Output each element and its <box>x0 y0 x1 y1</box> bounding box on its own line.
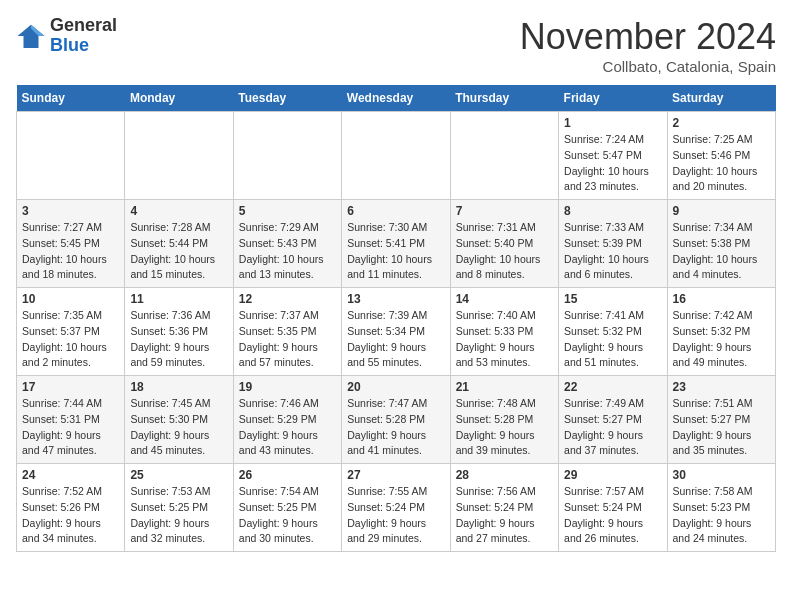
day-info: Sunrise: 7:35 AM Sunset: 5:37 PM Dayligh… <box>22 308 119 371</box>
day-info: Sunrise: 7:30 AM Sunset: 5:41 PM Dayligh… <box>347 220 444 283</box>
day-info: Sunrise: 7:47 AM Sunset: 5:28 PM Dayligh… <box>347 396 444 459</box>
day-info: Sunrise: 7:29 AM Sunset: 5:43 PM Dayligh… <box>239 220 336 283</box>
calendar-day-cell: 28Sunrise: 7:56 AM Sunset: 5:24 PM Dayli… <box>450 464 558 552</box>
day-number: 26 <box>239 468 336 482</box>
calendar-body: 1Sunrise: 7:24 AM Sunset: 5:47 PM Daylig… <box>17 112 776 552</box>
day-number: 20 <box>347 380 444 394</box>
logo: General Blue <box>16 16 117 56</box>
calendar-header-cell: Thursday <box>450 85 558 112</box>
calendar-day-cell: 25Sunrise: 7:53 AM Sunset: 5:25 PM Dayli… <box>125 464 233 552</box>
calendar-day-cell: 10Sunrise: 7:35 AM Sunset: 5:37 PM Dayli… <box>17 288 125 376</box>
calendar-day-cell: 17Sunrise: 7:44 AM Sunset: 5:31 PM Dayli… <box>17 376 125 464</box>
day-number: 17 <box>22 380 119 394</box>
day-number: 6 <box>347 204 444 218</box>
calendar-header-cell: Sunday <box>17 85 125 112</box>
day-info: Sunrise: 7:49 AM Sunset: 5:27 PM Dayligh… <box>564 396 661 459</box>
calendar-day-cell: 7Sunrise: 7:31 AM Sunset: 5:40 PM Daylig… <box>450 200 558 288</box>
calendar-day-cell: 2Sunrise: 7:25 AM Sunset: 5:46 PM Daylig… <box>667 112 775 200</box>
logo-text: General Blue <box>50 16 117 56</box>
day-info: Sunrise: 7:39 AM Sunset: 5:34 PM Dayligh… <box>347 308 444 371</box>
calendar-header-cell: Friday <box>559 85 667 112</box>
day-info: Sunrise: 7:41 AM Sunset: 5:32 PM Dayligh… <box>564 308 661 371</box>
calendar-week-row: 1Sunrise: 7:24 AM Sunset: 5:47 PM Daylig… <box>17 112 776 200</box>
day-number: 28 <box>456 468 553 482</box>
calendar-week-row: 3Sunrise: 7:27 AM Sunset: 5:45 PM Daylig… <box>17 200 776 288</box>
day-info: Sunrise: 7:48 AM Sunset: 5:28 PM Dayligh… <box>456 396 553 459</box>
day-number: 27 <box>347 468 444 482</box>
calendar-day-cell: 30Sunrise: 7:58 AM Sunset: 5:23 PM Dayli… <box>667 464 775 552</box>
calendar-day-cell: 12Sunrise: 7:37 AM Sunset: 5:35 PM Dayli… <box>233 288 341 376</box>
day-number: 16 <box>673 292 770 306</box>
day-info: Sunrise: 7:54 AM Sunset: 5:25 PM Dayligh… <box>239 484 336 547</box>
day-number: 13 <box>347 292 444 306</box>
calendar-header-cell: Tuesday <box>233 85 341 112</box>
day-info: Sunrise: 7:53 AM Sunset: 5:25 PM Dayligh… <box>130 484 227 547</box>
calendar-day-cell: 15Sunrise: 7:41 AM Sunset: 5:32 PM Dayli… <box>559 288 667 376</box>
day-number: 21 <box>456 380 553 394</box>
day-number: 2 <box>673 116 770 130</box>
calendar-day-cell: 14Sunrise: 7:40 AM Sunset: 5:33 PM Dayli… <box>450 288 558 376</box>
calendar-week-row: 24Sunrise: 7:52 AM Sunset: 5:26 PM Dayli… <box>17 464 776 552</box>
calendar-day-cell: 11Sunrise: 7:36 AM Sunset: 5:36 PM Dayli… <box>125 288 233 376</box>
day-number: 22 <box>564 380 661 394</box>
day-number: 29 <box>564 468 661 482</box>
calendar-day-cell: 8Sunrise: 7:33 AM Sunset: 5:39 PM Daylig… <box>559 200 667 288</box>
day-number: 3 <box>22 204 119 218</box>
calendar-day-cell: 26Sunrise: 7:54 AM Sunset: 5:25 PM Dayli… <box>233 464 341 552</box>
title-area: November 2024 Collbato, Catalonia, Spain <box>520 16 776 75</box>
calendar-day-cell: 6Sunrise: 7:30 AM Sunset: 5:41 PM Daylig… <box>342 200 450 288</box>
calendar-day-cell: 21Sunrise: 7:48 AM Sunset: 5:28 PM Dayli… <box>450 376 558 464</box>
day-info: Sunrise: 7:27 AM Sunset: 5:45 PM Dayligh… <box>22 220 119 283</box>
day-info: Sunrise: 7:34 AM Sunset: 5:38 PM Dayligh… <box>673 220 770 283</box>
day-number: 4 <box>130 204 227 218</box>
calendar-day-cell: 18Sunrise: 7:45 AM Sunset: 5:30 PM Dayli… <box>125 376 233 464</box>
calendar-day-cell: 3Sunrise: 7:27 AM Sunset: 5:45 PM Daylig… <box>17 200 125 288</box>
day-number: 14 <box>456 292 553 306</box>
day-info: Sunrise: 7:45 AM Sunset: 5:30 PM Dayligh… <box>130 396 227 459</box>
day-info: Sunrise: 7:51 AM Sunset: 5:27 PM Dayligh… <box>673 396 770 459</box>
calendar-header-cell: Saturday <box>667 85 775 112</box>
day-number: 10 <box>22 292 119 306</box>
calendar-week-row: 10Sunrise: 7:35 AM Sunset: 5:37 PM Dayli… <box>17 288 776 376</box>
day-number: 25 <box>130 468 227 482</box>
day-number: 8 <box>564 204 661 218</box>
day-info: Sunrise: 7:37 AM Sunset: 5:35 PM Dayligh… <box>239 308 336 371</box>
day-number: 15 <box>564 292 661 306</box>
logo-icon <box>16 21 46 51</box>
day-info: Sunrise: 7:56 AM Sunset: 5:24 PM Dayligh… <box>456 484 553 547</box>
calendar-header-cell: Monday <box>125 85 233 112</box>
day-info: Sunrise: 7:57 AM Sunset: 5:24 PM Dayligh… <box>564 484 661 547</box>
day-info: Sunrise: 7:42 AM Sunset: 5:32 PM Dayligh… <box>673 308 770 371</box>
day-number: 24 <box>22 468 119 482</box>
day-info: Sunrise: 7:25 AM Sunset: 5:46 PM Dayligh… <box>673 132 770 195</box>
calendar-day-cell: 27Sunrise: 7:55 AM Sunset: 5:24 PM Dayli… <box>342 464 450 552</box>
day-info: Sunrise: 7:44 AM Sunset: 5:31 PM Dayligh… <box>22 396 119 459</box>
day-info: Sunrise: 7:52 AM Sunset: 5:26 PM Dayligh… <box>22 484 119 547</box>
month-title: November 2024 <box>520 16 776 58</box>
calendar-day-cell <box>17 112 125 200</box>
day-number: 9 <box>673 204 770 218</box>
day-number: 11 <box>130 292 227 306</box>
calendar-day-cell <box>342 112 450 200</box>
day-number: 23 <box>673 380 770 394</box>
calendar-week-row: 17Sunrise: 7:44 AM Sunset: 5:31 PM Dayli… <box>17 376 776 464</box>
day-info: Sunrise: 7:40 AM Sunset: 5:33 PM Dayligh… <box>456 308 553 371</box>
day-info: Sunrise: 7:31 AM Sunset: 5:40 PM Dayligh… <box>456 220 553 283</box>
day-info: Sunrise: 7:33 AM Sunset: 5:39 PM Dayligh… <box>564 220 661 283</box>
day-info: Sunrise: 7:28 AM Sunset: 5:44 PM Dayligh… <box>130 220 227 283</box>
day-number: 19 <box>239 380 336 394</box>
day-number: 1 <box>564 116 661 130</box>
day-info: Sunrise: 7:24 AM Sunset: 5:47 PM Dayligh… <box>564 132 661 195</box>
calendar-day-cell: 20Sunrise: 7:47 AM Sunset: 5:28 PM Dayli… <box>342 376 450 464</box>
day-number: 30 <box>673 468 770 482</box>
calendar-day-cell: 4Sunrise: 7:28 AM Sunset: 5:44 PM Daylig… <box>125 200 233 288</box>
calendar-day-cell: 29Sunrise: 7:57 AM Sunset: 5:24 PM Dayli… <box>559 464 667 552</box>
calendar-day-cell: 23Sunrise: 7:51 AM Sunset: 5:27 PM Dayli… <box>667 376 775 464</box>
calendar-day-cell <box>233 112 341 200</box>
day-info: Sunrise: 7:55 AM Sunset: 5:24 PM Dayligh… <box>347 484 444 547</box>
calendar-header-cell: Wednesday <box>342 85 450 112</box>
calendar-day-cell: 5Sunrise: 7:29 AM Sunset: 5:43 PM Daylig… <box>233 200 341 288</box>
day-info: Sunrise: 7:46 AM Sunset: 5:29 PM Dayligh… <box>239 396 336 459</box>
calendar-table: SundayMondayTuesdayWednesdayThursdayFrid… <box>16 85 776 552</box>
day-number: 18 <box>130 380 227 394</box>
